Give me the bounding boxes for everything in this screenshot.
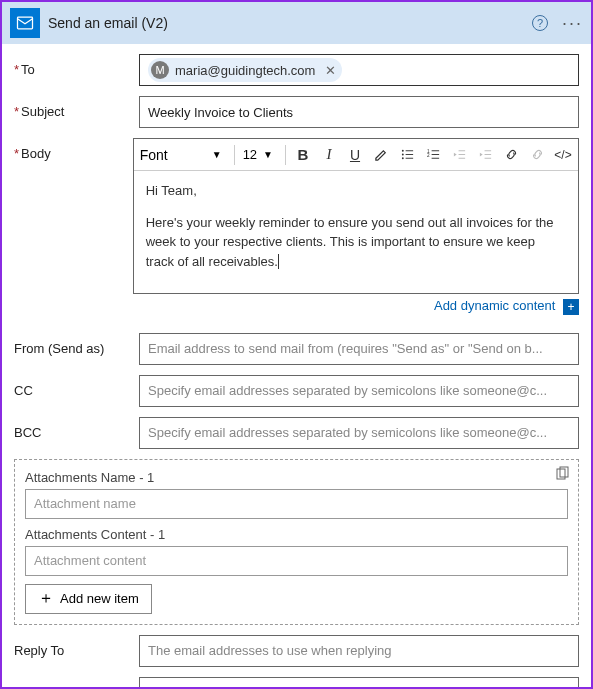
outdent-icon[interactable] [448, 143, 470, 167]
edit-icon[interactable] [370, 143, 392, 167]
bcc-label: BCC [14, 417, 139, 440]
to-label: To [14, 54, 139, 77]
importance-label: Importance [14, 677, 139, 689]
plus-icon: ＋ [38, 588, 54, 609]
chevron-down-icon[interactable]: ▼ [212, 149, 222, 160]
switch-array-icon[interactable] [554, 466, 570, 486]
indent-icon[interactable] [474, 143, 496, 167]
body-label: Body [14, 138, 133, 161]
font-select[interactable]: Font [138, 145, 208, 165]
add-dynamic-content-link[interactable]: Add dynamic content [434, 298, 555, 313]
add-new-item-button[interactable]: ＋Add new item [25, 584, 152, 614]
card-title: Send an email (V2) [48, 15, 524, 31]
attachment-content-input[interactable] [25, 546, 568, 576]
svg-point-3 [401, 157, 403, 159]
from-label: From (Send as) [14, 333, 139, 356]
chevron-down-icon [556, 684, 570, 689]
replyto-input[interactable] [139, 635, 579, 667]
attachment-name-label: Attachments Name - 1 [25, 470, 568, 485]
outlook-icon [10, 8, 40, 38]
importance-select[interactable]: Normal [139, 677, 579, 689]
remove-recipient-icon[interactable]: ✕ [325, 63, 336, 78]
svg-rect-0 [18, 17, 33, 29]
font-size-select[interactable]: 12 [241, 147, 259, 162]
unlink-icon[interactable] [526, 143, 548, 167]
body-content[interactable]: Hi Team, Here's your weekly reminder to … [134, 171, 578, 293]
attachment-name-input[interactable] [25, 489, 568, 519]
recipient-email: maria@guidingtech.com [175, 63, 315, 78]
bcc-input[interactable] [139, 417, 579, 449]
cc-label: CC [14, 375, 139, 398]
number-list-icon[interactable]: 12 [422, 143, 444, 167]
bold-button[interactable]: B [292, 143, 314, 167]
help-icon[interactable]: ? [532, 15, 548, 31]
from-input[interactable] [139, 333, 579, 365]
subject-input[interactable] [139, 96, 579, 128]
recipient-chip[interactable]: M maria@guidingtech.com ✕ [148, 58, 342, 82]
form-body: To M maria@guidingtech.com ✕ Subject Bod… [2, 44, 591, 689]
svg-point-1 [401, 150, 403, 152]
chevron-down-icon[interactable]: ▼ [263, 149, 273, 160]
replyto-label: Reply To [14, 635, 139, 658]
italic-button[interactable]: I [318, 143, 340, 167]
rte-toolbar: Font▼ 12▼ B I U 12 </> [134, 139, 578, 171]
attachment-content-label: Attachments Content - 1 [25, 527, 568, 542]
bullet-list-icon[interactable] [396, 143, 418, 167]
to-input[interactable]: M maria@guidingtech.com ✕ [139, 54, 579, 86]
underline-button[interactable]: U [344, 143, 366, 167]
avatar: M [151, 61, 169, 79]
svg-point-2 [401, 154, 403, 156]
code-view-icon[interactable]: </> [552, 143, 574, 167]
attachments-section: Attachments Name - 1 Attachments Content… [14, 459, 579, 625]
link-icon[interactable] [500, 143, 522, 167]
card-header: Send an email (V2) ? ··· [2, 2, 591, 44]
more-icon[interactable]: ··· [562, 13, 583, 34]
svg-text:2: 2 [426, 153, 429, 158]
add-dynamic-content-icon[interactable]: + [563, 299, 579, 315]
subject-label: Subject [14, 96, 139, 119]
cc-input[interactable] [139, 375, 579, 407]
body-editor: Font▼ 12▼ B I U 12 </> H [133, 138, 579, 294]
